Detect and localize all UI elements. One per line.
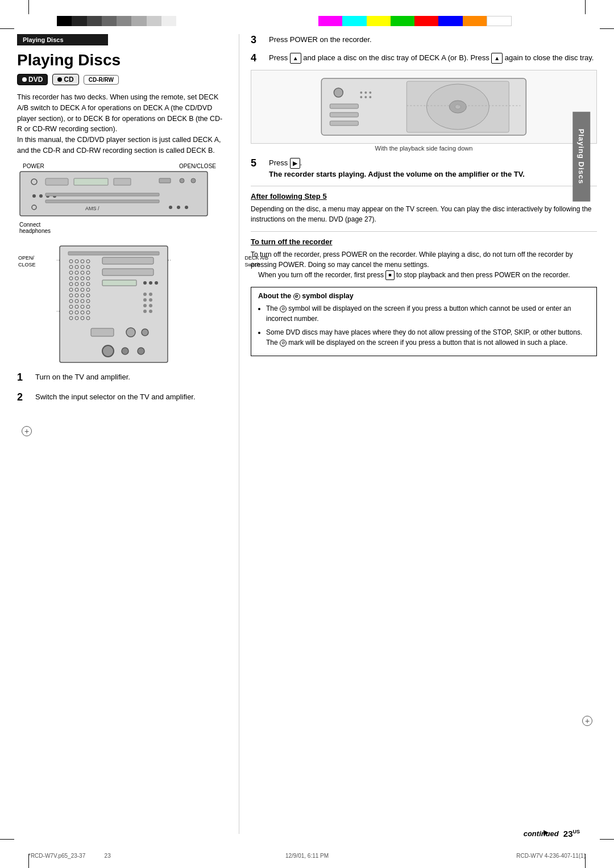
svg-point-76 <box>149 304 152 307</box>
crop-mark-tr-v <box>585 0 586 14</box>
connect-headphones-label: Connectheadphones <box>19 222 227 234</box>
cdrw-label: CD-R/RW <box>89 77 114 83</box>
step-3-content: Press POWER on the recorder. <box>269 34 597 45</box>
turn-off-text: To turn off the recorder, press POWER on… <box>251 249 597 281</box>
color-seg-1 <box>57 16 72 26</box>
svg-point-5 <box>32 194 36 198</box>
color-bar-left <box>57 16 176 26</box>
image-caption: With the playback side facing down <box>251 145 597 152</box>
color-seg-r4 <box>391 16 414 26</box>
after-step-section: After following Step 5 Depending on the … <box>251 192 597 224</box>
svg-point-92 <box>455 105 460 109</box>
page-suffix: US <box>572 829 580 834</box>
step-2: 2 Switch the input selector on the TV an… <box>17 391 227 404</box>
color-seg-r3 <box>367 16 391 26</box>
dvd-dot <box>22 77 27 82</box>
bottom-bar: continued 23US <box>524 829 580 838</box>
svg-point-69 <box>149 281 152 285</box>
color-seg-r5 <box>414 16 438 26</box>
svg-point-83 <box>122 348 128 354</box>
device-top-diagram: AMS / <box>17 170 210 219</box>
about-symbol-list: The ⊘ symbol will be displayed on the sc… <box>258 303 590 348</box>
svg-rect-13 <box>45 200 159 203</box>
about-bullet-2: Some DVD discs may have places where the… <box>266 327 590 348</box>
footer-left: *RCD-W7V.p65_23-37 23 <box>28 853 111 859</box>
step-2-content: Switch the input selector on the TV and … <box>35 391 227 403</box>
svg-rect-66 <box>102 269 154 276</box>
crop-mark-bl-h <box>0 839 14 840</box>
color-seg-r6 <box>438 16 462 26</box>
svg-rect-94 <box>330 104 358 108</box>
svg-point-80 <box>126 328 135 337</box>
turn-off-title: To turn off the recorder <box>251 237 597 246</box>
color-bar-right <box>318 16 512 26</box>
step-1-content: Turn on the TV and amplifier. <box>35 372 227 383</box>
front-panel-diagram <box>57 243 171 365</box>
svg-point-97 <box>360 91 362 94</box>
after-step-text: Depending on the disc, a menu may appear… <box>251 204 597 224</box>
color-seg-7 <box>147 16 161 26</box>
dvd-label: DVD <box>28 76 43 84</box>
continued-text: continued <box>524 829 559 838</box>
step-4-content: Press ▲ and place a disc on the disc tra… <box>269 52 597 64</box>
svg-rect-96 <box>330 121 358 126</box>
svg-rect-67 <box>102 280 136 286</box>
svg-point-68 <box>143 281 147 285</box>
turn-off-section: To turn off the recorder To turn off the… <box>251 237 597 281</box>
left-column: Playing Discs Playing Discs DVD CD CD-R/… <box>17 34 239 834</box>
svg-rect-79 <box>91 328 114 336</box>
right-side-label: Playing Discs <box>573 112 591 202</box>
color-seg-r1 <box>318 16 342 26</box>
disc-tray-image <box>251 70 597 144</box>
svg-point-6 <box>39 194 43 198</box>
step-4-number: 4 <box>251 52 263 65</box>
disc-tray-svg <box>260 73 588 141</box>
svg-point-78 <box>149 310 152 313</box>
right-column: Playing Discs 3 Press POWER on the recor… <box>239 34 597 834</box>
svg-rect-2 <box>45 178 68 185</box>
page-number: 23US <box>563 829 580 838</box>
svg-rect-4 <box>114 178 131 185</box>
step-4: 4 Press ▲ and place a disc on the disc t… <box>251 52 597 65</box>
svg-point-16 <box>177 206 180 209</box>
svg-rect-20 <box>68 252 159 255</box>
step-3: 3 Press POWER on the recorder. <box>251 34 597 47</box>
about-bullet-1: The ⊘ symbol will be displayed on the sc… <box>266 303 590 324</box>
divider-2 <box>251 231 597 232</box>
disc-image-area: With the playback side facing down <box>251 70 597 152</box>
svg-rect-3 <box>74 178 108 185</box>
svg-rect-65 <box>102 257 154 264</box>
color-seg-4 <box>102 16 117 26</box>
svg-point-77 <box>143 310 147 313</box>
svg-point-81 <box>142 329 148 336</box>
badge-cdrw: CD-R/RW <box>84 75 119 85</box>
divider-1 <box>251 186 597 186</box>
crop-mark-tl-h <box>0 28 14 29</box>
footer-right: RCD-W7V 4-236-407-11(1) <box>516 853 586 859</box>
svg-point-73 <box>143 298 147 302</box>
stop-icon: ■ <box>385 270 394 281</box>
about-symbol-title: About the ⊘ symbol display <box>258 292 590 300</box>
color-seg-8 <box>161 16 176 26</box>
step-5: 5 Press ▶. The recorder starts playing. … <box>251 157 597 180</box>
color-seg-6 <box>131 16 146 26</box>
color-seg-r7 <box>463 16 487 26</box>
eject-icon-2: ▲ <box>491 53 503 64</box>
intro-text: This recorder has two decks. When using … <box>17 92 227 156</box>
step-2-number: 2 <box>17 391 30 404</box>
svg-text:AMS /: AMS / <box>85 206 99 211</box>
svg-point-71 <box>143 293 147 296</box>
openclose-label: OPEN/CLOSE <box>179 163 216 169</box>
section-label-text: Playing Discs <box>23 36 64 43</box>
section-label: Playing Discs <box>17 34 108 45</box>
disc-badges: DVD CD CD-R/RW <box>17 74 227 85</box>
color-seg-r8 <box>487 16 512 26</box>
no-symbol-2: ⊘ <box>280 306 287 312</box>
svg-point-72 <box>149 293 152 296</box>
panel-left-labels: OPEN/CLOSE <box>18 254 36 269</box>
open-close-label: OPEN/CLOSE <box>18 254 36 269</box>
diagram-top-labels: POWER OPEN/CLOSE <box>17 163 227 170</box>
footer-timestamp: 12/9/01, 6:11 PM <box>285 853 329 859</box>
step-5-bold-note: The recorder starts playing. Adjust the … <box>269 170 525 178</box>
crop-mark-br-h <box>600 839 614 840</box>
